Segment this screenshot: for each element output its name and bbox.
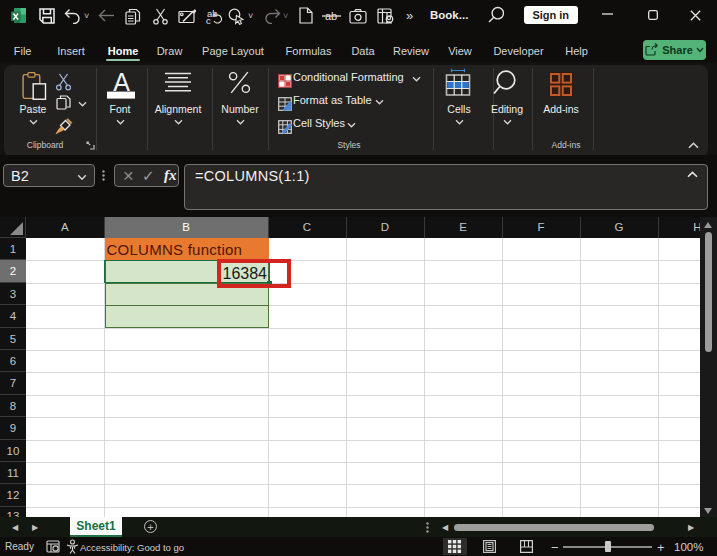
svg-text:c: c xyxy=(206,15,211,25)
svg-text:A: A xyxy=(113,68,130,96)
